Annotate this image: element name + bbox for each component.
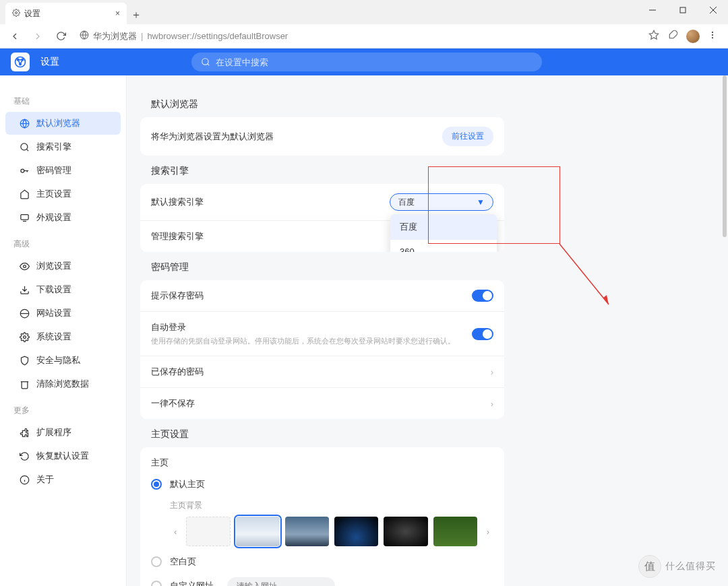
never-save-row[interactable]: 一律不保存 › [140, 387, 504, 419]
card-homepage: 主页 默认主页 主页背景 ‹ [140, 447, 504, 586]
tab-close-icon[interactable]: × [115, 9, 120, 18]
address-bar: 华为浏览器 | hwbrowser://settings/defaultBrow… [0, 24, 728, 48]
svg-point-18 [202, 59, 208, 65]
site-info-icon[interactable] [80, 30, 89, 42]
thumb-bg-3[interactable] [334, 517, 378, 546]
sidebar-item-search[interactable]: 搜索引擎 [5, 135, 121, 158]
sidebar-item-clear[interactable]: 清除浏览数据 [5, 372, 121, 395]
svg-point-9 [712, 34, 713, 35]
new-tab-button[interactable]: ＋ [127, 5, 146, 24]
thumb-prev-button[interactable]: ‹ [170, 525, 181, 538]
custom-url-input[interactable] [227, 577, 335, 586]
sidebar-item-about[interactable]: 关于 [5, 468, 121, 491]
sidebar-item-system[interactable]: 系统设置 [5, 325, 121, 348]
sidebar-item-security[interactable]: 安全与隐私 [5, 349, 121, 372]
maximize-button[interactable] [667, 0, 698, 20]
browser-tab[interactable]: 设置 × [5, 3, 127, 24]
sidebar-item-download[interactable]: 下载设置 [5, 278, 121, 301]
radio-default-homepage[interactable] [151, 479, 162, 490]
auto-login-label: 自动登录 [151, 321, 472, 333]
sidebar-section-more: 更多 [0, 401, 126, 420]
saved-passwords-row[interactable]: 已保存的密码 › [140, 356, 504, 387]
watermark: 值 什么值得买 [638, 555, 716, 578]
search-icon [19, 141, 30, 152]
thumb-bg-2[interactable] [285, 517, 329, 546]
minimize-button[interactable] [637, 0, 667, 20]
sidebar-item-default-browser[interactable]: 默认浏览器 [5, 112, 121, 135]
reload-button[interactable] [51, 27, 70, 46]
globe-icon [19, 308, 30, 319]
sidebar-section-advanced: 高级 [0, 234, 126, 254]
restore-icon [19, 451, 30, 461]
svg-line-37 [559, 244, 609, 304]
settings-search[interactable] [191, 53, 542, 71]
star-icon[interactable] [648, 30, 659, 43]
app-title: 设置 [40, 56, 59, 68]
extensions-icon[interactable] [667, 30, 678, 43]
homepage-thumbnails: ‹ › [170, 517, 493, 546]
prompt-save-toggle[interactable] [472, 290, 493, 302]
settings-search-input[interactable] [216, 57, 533, 67]
svg-point-24 [20, 169, 24, 172]
eye-icon [19, 261, 30, 271]
gear-icon [19, 331, 30, 342]
thumb-next-button[interactable]: › [483, 525, 493, 538]
default-browser-label: 将华为浏览器设置为默认浏览器 [151, 131, 442, 143]
shield-icon [19, 355, 30, 366]
site-label: 华为浏览器 [93, 30, 137, 42]
selected-search-engine: 百度 [398, 197, 415, 208]
home-icon [19, 189, 30, 199]
dropdown-option-360[interactable]: 360 [390, 240, 497, 252]
svg-marker-38 [603, 295, 609, 304]
svg-point-4 [16, 11, 18, 13]
svg-rect-1 [680, 7, 686, 13]
thumb-bg-5[interactable] [433, 517, 477, 546]
svg-line-23 [26, 149, 28, 151]
puzzle-icon [19, 427, 30, 438]
close-button[interactable] [698, 0, 728, 20]
sidebar-item-password[interactable]: 密码管理 [5, 159, 121, 182]
svg-point-8 [712, 31, 713, 32]
dropdown-option-baidu[interactable]: 百度 [390, 214, 497, 240]
chevron-right-icon: › [491, 367, 493, 377]
globe-icon [19, 118, 30, 129]
menu-icon[interactable] [708, 30, 717, 42]
card-search-engine: 默认搜索引擎 百度 ▼ 百度 360 管理搜索引擎 [140, 184, 504, 252]
scrollbar[interactable] [723, 75, 727, 237]
search-engine-dropdown: 百度 360 [390, 214, 497, 252]
svg-point-22 [20, 143, 27, 150]
window-controls [637, 0, 728, 20]
sidebar-item-site[interactable]: 网站设置 [5, 302, 121, 325]
download-icon [19, 284, 30, 295]
auto-login-toggle[interactable] [472, 328, 493, 340]
back-button[interactable] [5, 27, 24, 46]
svg-point-10 [712, 36, 713, 38]
sidebar-item-extensions[interactable]: 扩展程序 [5, 421, 121, 444]
radio-blank-page[interactable] [151, 556, 162, 567]
info-icon [19, 474, 30, 485]
trash-icon [19, 379, 30, 389]
content-area[interactable]: 默认浏览器 将华为浏览器设置为默认浏览器 前往设置 搜索引擎 默认搜索引擎 百度… [127, 75, 728, 586]
thumb-blank[interactable] [186, 517, 230, 546]
svg-rect-27 [20, 214, 28, 220]
radio-custom-url[interactable] [151, 581, 162, 586]
sidebar-item-restore[interactable]: 恢复默认设置 [5, 445, 121, 467]
tab-title: 设置 [24, 8, 40, 20]
address-input[interactable]: 华为浏览器 | hwbrowser://settings/defaultBrow… [74, 27, 644, 46]
gear-icon [12, 9, 20, 19]
go-to-settings-button[interactable]: 前往设置 [442, 127, 493, 146]
thumb-bg-1[interactable] [236, 517, 280, 546]
thumb-bg-4[interactable] [384, 517, 427, 546]
prompt-save-label: 提示保存密码 [151, 290, 472, 302]
sidebar-item-browse[interactable]: 浏览设置 [5, 255, 121, 278]
profile-avatar[interactable] [686, 30, 700, 43]
sidebar-item-appearance[interactable]: 外观设置 [5, 206, 121, 229]
app-header: 设置 [0, 48, 728, 75]
search-engine-select[interactable]: 百度 ▼ 百度 360 [390, 193, 493, 211]
section-title-homepage: 主页设置 [151, 428, 504, 441]
watermark-icon: 值 [638, 555, 661, 578]
sidebar-item-homepage[interactable]: 主页设置 [5, 183, 121, 205]
default-search-label: 默认搜索引擎 [151, 196, 390, 208]
svg-line-19 [208, 64, 210, 66]
forward-button[interactable] [28, 27, 47, 46]
